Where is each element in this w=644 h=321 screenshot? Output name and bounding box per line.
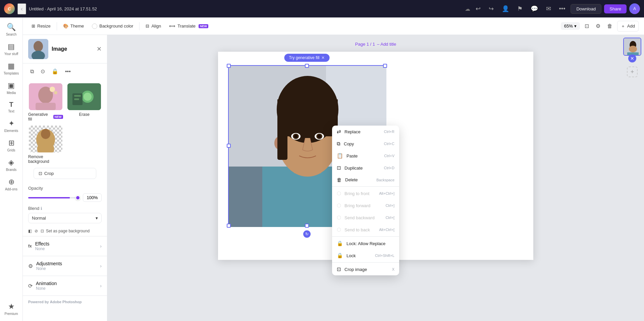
svg-point-36 — [629, 46, 637, 52]
add-icon: ＋ — [621, 23, 625, 29]
more-button[interactable]: ••• — [556, 4, 568, 14]
panel-icon-lock[interactable]: 🔒 — [50, 66, 60, 77]
avatar[interactable]: A — [629, 3, 640, 14]
handle-bottom-left[interactable] — [227, 224, 231, 228]
ctx-item-copy[interactable]: ⧉ Copy Ctrl+C — [332, 138, 399, 150]
ctx-item-send-to-back: ⬡ Send to back Alt+Ctrl+[ — [332, 224, 399, 236]
comment-button[interactable]: 💬 — [528, 4, 541, 14]
handle-bottom-middle[interactable] — [305, 224, 309, 228]
page-thumbnail-close[interactable]: ✕ — [628, 54, 636, 62]
add-page-button[interactable]: + — [627, 66, 638, 77]
svg-point-10 — [84, 93, 92, 101]
sidebar-item-premium[interactable]: ★ Premium — [1, 300, 21, 318]
page-bg-icon-2[interactable]: ⊘ — [35, 229, 38, 233]
crop-button[interactable]: ⊡ Crop — [34, 168, 96, 179]
sidebar-item-text[interactable]: T Text — [1, 98, 21, 116]
generative-fill-label: Generative fill — [28, 112, 51, 122]
sidebar-item-add-ons[interactable]: ⊕ Add-ons — [1, 175, 21, 194]
page-bg-row: ◧ ⊘ ⊡ Set as page background — [23, 226, 107, 236]
sidebar-item-brands[interactable]: ◈ Brands — [1, 155, 21, 174]
opacity-label: Opacity — [23, 183, 107, 192]
gen-fill-label: Try generative fill — [289, 55, 320, 60]
collaborators-button[interactable]: 👤 — [499, 4, 512, 14]
toolbar-icon-2[interactable]: ⚙ — [594, 21, 602, 31]
redo-button[interactable]: ↪ — [486, 4, 496, 14]
accordion-effects-header[interactable]: fx Effects None › — [23, 236, 107, 256]
page-bg-icon-1[interactable]: ◧ — [28, 229, 32, 233]
ctx-item-lock[interactable]: 🔒 Lock Ctrl+Shift+L — [332, 249, 399, 262]
svg-rect-33 — [229, 167, 262, 227]
sidebar-item-elements[interactable]: ✦ Elements — [1, 117, 21, 135]
sidebar-item-search[interactable]: 🔍 Search — [1, 20, 21, 39]
add-title-button[interactable]: – Add title — [377, 42, 396, 47]
panel-icon-layers[interactable]: ⧉ — [28, 66, 36, 77]
ctx-item-crop-image[interactable]: ⊡ Crop image X — [332, 263, 399, 275]
sidebar-label-add-ons: Add-ons — [5, 187, 17, 191]
sidebar-item-templates[interactable]: ▦ Templates — [1, 59, 21, 78]
sidebar-item-media[interactable]: ▣ Media — [1, 79, 21, 97]
flag-button[interactable]: ⚑ — [515, 4, 525, 14]
chat-button[interactable]: ✉ — [543, 4, 554, 14]
theme-button[interactable]: 🎨 Theme — [60, 21, 87, 31]
opacity-slider[interactable] — [28, 197, 80, 198]
ctx-item-delete[interactable]: 🗑 Delete Backspace — [332, 174, 399, 186]
toolbar-separator-2 — [139, 22, 140, 30]
gen-fill-close-button[interactable]: ✕ — [321, 55, 325, 60]
resize-button[interactable]: ⊞ Resize — [28, 21, 54, 31]
accordion-adjustments-header[interactable]: ⚙ Adjustments None › — [23, 256, 107, 276]
handle-top-right[interactable] — [383, 64, 387, 68]
send-backward-icon: ⬡ — [337, 215, 341, 221]
sidebar-label-grids: Grids — [7, 148, 15, 152]
paste-shortcut: Ctrl+V — [384, 154, 394, 158]
effect-remove-bg[interactable]: Remove background — [28, 126, 63, 164]
paste-label: Paste — [346, 153, 358, 158]
handle-top-left[interactable] — [227, 64, 231, 68]
canvas-area: Page 1 / 1 – Add title Try generative fi… — [107, 35, 644, 321]
page-thumbnail[interactable] — [623, 38, 641, 56]
panel-header: Image ✕ — [23, 35, 107, 63]
panel-icons-row: ⧉ ⊙ 🔒 ••• — [23, 63, 107, 79]
undo-button[interactable]: ↩ — [473, 4, 483, 14]
bg-color-button[interactable]: Background color — [89, 21, 137, 31]
align-button[interactable]: ⊟ Align — [142, 21, 164, 31]
logo[interactable]: C — [4, 3, 15, 14]
blend-info-icon: ℹ — [41, 206, 42, 211]
search-icon: 🔍 — [7, 23, 16, 32]
share-button[interactable]: Share — [604, 4, 627, 13]
sidebar-item-your-stuff[interactable]: ▤ Your stuff — [1, 40, 21, 58]
svg-rect-13 — [74, 98, 79, 100]
replace-icon: ⇄ — [337, 129, 341, 135]
handle-top-middle[interactable] — [305, 64, 309, 68]
sidebar-item-grids[interactable]: ⊞ Grids — [1, 136, 21, 155]
ctx-item-replace[interactable]: ⇄ Replace Ctrl+R — [332, 126, 399, 138]
rotate-handle[interactable]: ↻ — [303, 230, 311, 238]
toolbar-delete-button[interactable]: 🗑 — [605, 21, 614, 31]
zoom-control[interactable]: 65% ▾ — [561, 22, 580, 30]
duplicate-label: Duplicate — [344, 166, 363, 171]
panel-icon-copy[interactable]: ⊙ — [39, 66, 47, 77]
powered-by: Powered by Adobe Photoshop — [23, 295, 107, 308]
ctx-item-lock-allow-replace[interactable]: 🔒 Lock: Allow Replace — [332, 237, 399, 249]
effect-generative-fill[interactable]: Generative fill NEW — [28, 83, 63, 122]
panel-icon-more[interactable]: ••• — [63, 66, 73, 77]
back-button[interactable]: ‹ — [17, 3, 26, 14]
templates-icon: ▦ — [8, 62, 15, 71]
blend-label-text: Blend — [28, 206, 39, 211]
opacity-input[interactable] — [83, 193, 102, 202]
translate-button[interactable]: ⟺ Translate NEW — [166, 21, 212, 31]
effect-erase[interactable]: Erase — [67, 83, 102, 122]
panel-close-button[interactable]: ✕ — [97, 45, 102, 53]
download-button[interactable]: Download — [571, 4, 601, 14]
animation-title: Animation — [36, 281, 57, 286]
accordion-animation-header[interactable]: ⟳ Animation None › — [23, 276, 107, 295]
handle-middle-left[interactable] — [227, 144, 231, 148]
sidebar-label-media: Media — [7, 91, 16, 95]
doc-title: Untitled · April 16, 2024 at 17.51.52 — [29, 6, 462, 11]
toolbar-icon-1[interactable]: ⊡ — [583, 21, 591, 31]
ctx-item-paste[interactable]: 📋 Paste Ctrl+V — [332, 150, 399, 162]
set-as-page-bg-button[interactable]: ⊡ Set as page background — [41, 229, 90, 233]
add-button[interactable]: ＋ Add — [617, 21, 639, 32]
duplicate-icon: ⊡ — [337, 165, 341, 171]
ctx-item-duplicate[interactable]: ⊡ Duplicate Ctrl+D — [332, 162, 399, 174]
blend-select[interactable]: Normal ▾ — [28, 213, 102, 223]
